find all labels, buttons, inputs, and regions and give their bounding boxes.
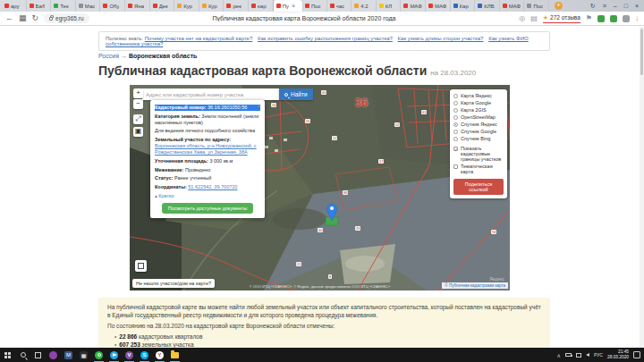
share-link-button[interactable]: Поделиться ссылкой <box>453 179 504 195</box>
app-telegram-button[interactable] <box>106 348 122 362</box>
tray-expand-icon[interactable]: ∧ <box>557 352 561 358</box>
app-mail-button[interactable]: M <box>61 348 76 362</box>
layer-option[interactable]: Карта 2GIS <box>453 107 504 113</box>
tab-close-icon[interactable]: × <box>292 3 295 9</box>
browser-tab[interactable]: час × <box>327 0 352 12</box>
collapse-link[interactable]: ▴ Кратко <box>155 193 260 199</box>
coords-value[interactable]: 51.622542, 39.700720 <box>188 184 237 189</box>
search-button[interactable]: Найти <box>279 88 313 100</box>
layer-option[interactable]: Спутник Bing <box>453 136 504 141</box>
page-scrollbar[interactable] <box>640 27 644 348</box>
parcel-number-label[interactable]: 63 <box>321 90 326 95</box>
layer-checkbox[interactable]: Тематическая карта <box>453 164 504 174</box>
parcel-number-label[interactable]: 12 <box>332 136 337 140</box>
taskbar-clock[interactable]: 21:45 28.03.2020 <box>607 349 629 360</box>
browser-tab[interactable]: Пос × <box>524 0 549 12</box>
address-bar[interactable]: egrp365.ru <box>44 13 89 23</box>
cadastral-copyright-link[interactable]: © Публичная кадастровая карта <box>442 282 508 289</box>
parcel-number-label[interactable]: 94 <box>491 230 496 234</box>
popup-close-icon[interactable]: × <box>257 102 261 111</box>
browser-tab[interactable]: Кур × <box>174 0 199 12</box>
sync-icon[interactable]: ↻ <box>590 3 596 10</box>
site-reviews-badge[interactable]: ★ 272 отзыва <box>543 14 580 23</box>
layer-option[interactable]: OpenStreetMap <box>453 114 504 120</box>
start-button[interactable] <box>0 348 15 362</box>
browser-tab[interactable]: Кар × <box>451 0 476 12</box>
volume-icon[interactable] <box>586 353 589 357</box>
browser-tab[interactable]: Обу × <box>100 0 125 12</box>
layer-option[interactable]: Карта Google <box>453 100 504 105</box>
extension-icon[interactable] <box>597 15 605 22</box>
battery-icon[interactable] <box>565 353 572 357</box>
browser-tab[interactable]: МАФ × <box>401 0 426 12</box>
menu-icon[interactable]: ≡ <box>603 3 606 9</box>
browser-tab[interactable]: МАФ × <box>426 0 451 12</box>
zoom-out-button[interactable]: − <box>133 99 143 109</box>
minimize-button[interactable]: – <box>614 3 617 9</box>
measure-tool-button[interactable]: ▣ <box>133 127 143 137</box>
new-tab-button[interactable]: + <box>555 2 563 10</box>
browser-tab[interactable]: кар × <box>249 0 274 12</box>
search-input[interactable] <box>142 88 279 100</box>
browser-tab[interactable]: КЛБ × <box>475 0 500 12</box>
browser-tab[interactable]: КЛ × <box>377 0 402 12</box>
parcel-number-label[interactable]: 29 <box>355 226 360 231</box>
maximize-button[interactable]: □ <box>624 3 628 9</box>
network-icon[interactable] <box>576 353 581 358</box>
parcel-number-label[interactable]: 8 <box>328 274 332 279</box>
browser-tab[interactable]: МАФ × <box>500 0 525 12</box>
parcel-number-label[interactable]: 61 <box>421 110 427 114</box>
useful-link[interactable]: Как исправить ошибку расположения границ… <box>258 36 393 41</box>
address-link[interactable]: Воронежская область, р-н Новоусманский, … <box>155 143 257 155</box>
browser-tab[interactable]: Пу × <box>274 0 302 12</box>
download-icon[interactable]: ↓ <box>635 14 639 22</box>
browser-tab[interactable]: Пос × <box>302 0 327 12</box>
cadastral-map[interactable]: 16 55 63 12 38 70 45 33 88 52 61 17 29 9… <box>130 85 510 290</box>
browser-tab[interactable]: Мас × <box>76 0 101 12</box>
app-skype-button[interactable]: S <box>137 348 152 362</box>
layer-checkbox[interactable]: Показать кадастровые границы участков <box>453 146 504 162</box>
layer-option[interactable]: Спутник Google <box>453 129 504 134</box>
app-calculator-button[interactable]: ▦ <box>76 348 91 362</box>
close-button[interactable]: × <box>635 3 639 9</box>
browser-tab[interactable]: Тек × <box>51 0 76 12</box>
app-whatsapp-button[interactable] <box>91 348 106 362</box>
browser-tab[interactable]: Дек × <box>150 0 175 12</box>
browser-tab[interactable]: Баб × <box>27 0 52 12</box>
app-viber-button[interactable]: V <box>122 348 137 362</box>
browser-tab[interactable]: Яна × <box>125 0 150 12</box>
parcel-number-label[interactable]: 16 <box>271 103 276 107</box>
fullscreen-button[interactable] <box>135 260 147 272</box>
task-view-button[interactable] <box>30 348 46 362</box>
scrollbar-thumb[interactable] <box>640 29 643 75</box>
zoom-in-button[interactable]: + <box>133 88 143 98</box>
not-found-button[interactable]: Не нашли участок/дом на карте? <box>132 279 215 288</box>
reader-icon[interactable]: ▤ <box>530 14 538 22</box>
layer-option[interactable]: Карта Яндекс <box>453 93 504 98</box>
tableau-icon[interactable]: ▦ <box>19 14 27 22</box>
useful-link[interactable]: Как узнать длины сторон участка? <box>398 36 484 41</box>
refresh-button[interactable]: ↻ <box>32 14 39 22</box>
parcel-number-label[interactable]: 40 <box>318 228 323 232</box>
extension-icon[interactable] <box>610 15 617 22</box>
browser-tab[interactable]: рек × <box>224 0 249 12</box>
language-indicator[interactable]: РУС <box>594 352 603 358</box>
browser-tab[interactable]: Кур × <box>199 0 225 12</box>
parcel-number-label[interactable]: 17 <box>378 159 384 164</box>
protect-icon[interactable]: ◎ <box>519 14 525 22</box>
extension-icon[interactable] <box>623 15 630 22</box>
back-button[interactable]: ← <box>5 14 13 22</box>
browser-tab[interactable]: ару × <box>2 0 27 12</box>
app-media-button[interactable] <box>46 348 61 362</box>
app-yandex-browser-button[interactable]: Y <box>152 348 167 362</box>
expand-map-button[interactable]: ⤢ <box>133 114 143 124</box>
view-documents-button[interactable]: Посмотреть доступные документы <box>162 203 254 214</box>
notification-center-icon[interactable] <box>633 351 640 358</box>
parcel-number-label[interactable]: 21 <box>296 262 301 266</box>
browser-tab[interactable]: 4.2 × <box>352 0 377 12</box>
taskbar-search-button[interactable] <box>15 348 30 362</box>
parcel-number-label[interactable]: 52 <box>394 122 400 127</box>
app-explorer-button[interactable] <box>167 348 182 362</box>
breadcrumb-root-link[interactable]: Россия <box>98 53 119 59</box>
parcel-number-label[interactable]: 88 <box>343 190 348 195</box>
